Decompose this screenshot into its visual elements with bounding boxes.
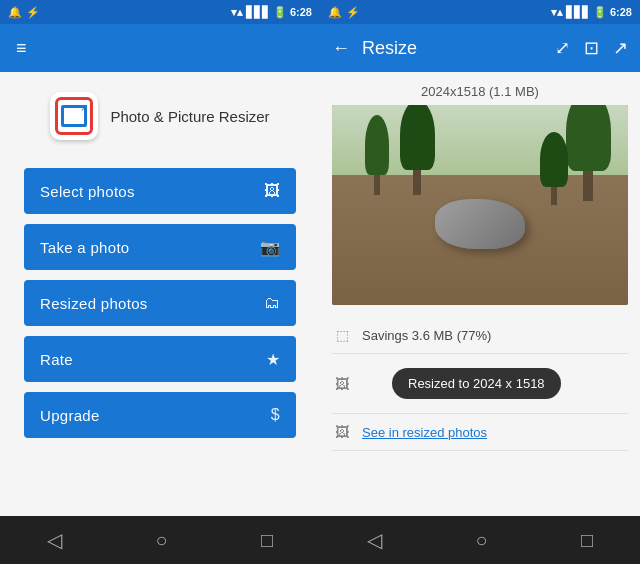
left-status-icons: 🔔 ⚡	[8, 6, 40, 19]
tree-3-trunk	[583, 171, 593, 201]
see-resized-icon: 🖼	[332, 422, 352, 442]
upgrade-label: Upgrade	[40, 407, 100, 424]
resized-photos-icon: 🗂	[264, 294, 280, 312]
image-preview	[332, 105, 628, 305]
right-time: 6:28	[610, 6, 632, 18]
select-photos-icon: 🖼	[264, 182, 280, 200]
boulder	[435, 199, 525, 249]
left-time: 6:28	[290, 6, 312, 18]
rate-label: Rate	[40, 351, 73, 368]
app-name: Photo & Picture Resizer	[110, 108, 269, 125]
select-photos-label: Select photos	[40, 183, 135, 200]
right-home-nav-icon[interactable]: ○	[475, 529, 487, 552]
savings-row: ⬚ Savings 3.6 MB (77%)	[332, 317, 628, 354]
tree-1-trunk	[374, 175, 380, 195]
upgrade-icon: $	[271, 406, 280, 424]
left-status-bar: 🔔 ⚡ ▾▴ ▋▋▋ 🔋 6:28	[0, 0, 320, 24]
fullscreen-icon[interactable]: ⤢	[555, 37, 570, 59]
app-icon	[50, 92, 98, 140]
tree-4-leaves	[540, 132, 568, 187]
right-content: 2024x1518 (1.1 MB)	[320, 72, 640, 516]
app-container: 🔔 ⚡ ▾▴ ▋▋▋ 🔋 6:28 ≡ Photo & Picture Resi…	[0, 0, 640, 564]
tree-4-trunk	[551, 187, 557, 205]
tree-2-leaves	[400, 105, 435, 170]
upgrade-button[interactable]: Upgrade $	[24, 392, 296, 438]
back-button[interactable]: ←	[332, 38, 350, 59]
take-photo-icon: 📷	[260, 238, 280, 257]
share-icon[interactable]: ↗	[613, 37, 628, 59]
back-nav-icon[interactable]: ◁	[47, 528, 62, 552]
toolbar-title: Resize	[362, 38, 543, 59]
right-back-nav-icon[interactable]: ◁	[367, 528, 382, 552]
tooltip-bubble: Resized to 2024 x 1518	[392, 368, 561, 399]
right-status-left: 🔔 ⚡	[328, 6, 360, 19]
right-signal-icon: ▋▋▋	[566, 6, 590, 19]
tooltip-img-icon: 🖼	[332, 374, 352, 394]
tree-2-trunk	[413, 170, 421, 195]
app-icon-inner	[55, 97, 93, 135]
tree-1	[362, 115, 392, 195]
tooltip-row: 🖼 Resized to 2024 x 1518	[332, 354, 628, 414]
crop-icon[interactable]: ⊡	[584, 37, 599, 59]
wifi-icon: ▾▴	[231, 6, 243, 19]
resized-photos-button[interactable]: Resized photos 🗂	[24, 280, 296, 326]
left-nav-bar: ◁ ○ □	[0, 516, 320, 564]
home-nav-icon[interactable]: ○	[155, 529, 167, 552]
menu-icon[interactable]: ≡	[16, 38, 27, 59]
tree-3-leaves	[566, 105, 611, 171]
left-status-right: ▾▴ ▋▋▋ 🔋 6:28	[231, 6, 312, 19]
tree-1-leaves	[365, 115, 389, 175]
see-resized-link[interactable]: See in resized photos	[362, 425, 487, 440]
right-sync-icon: ⚡	[346, 6, 360, 19]
resized-photos-label: Resized photos	[40, 295, 148, 312]
savings-text: Savings 3.6 MB (77%)	[362, 328, 491, 343]
battery-icon: 🔋	[273, 6, 287, 19]
right-notification-icon: 🔔	[328, 6, 342, 19]
tree-4	[539, 132, 569, 205]
rate-button[interactable]: Rate ★	[24, 336, 296, 382]
notification-icon: 🔔	[8, 6, 22, 19]
rate-icon: ★	[266, 350, 280, 369]
left-panel: 🔔 ⚡ ▾▴ ▋▋▋ 🔋 6:28 ≡ Photo & Picture Resi…	[0, 0, 320, 564]
recents-nav-icon[interactable]: □	[261, 529, 273, 552]
take-photo-label: Take a photo	[40, 239, 130, 256]
select-photos-button[interactable]: Select photos 🖼	[24, 168, 296, 214]
savings-icon: ⬚	[332, 325, 352, 345]
signal-icon: ▋▋▋	[246, 6, 270, 19]
right-wifi-icon: ▾▴	[551, 6, 563, 19]
right-status-right: ▾▴ ▋▋▋ 🔋 6:28	[551, 6, 632, 19]
app-header: Photo & Picture Resizer	[50, 92, 269, 140]
right-recents-nav-icon[interactable]: □	[581, 529, 593, 552]
tree-3	[563, 105, 613, 201]
right-nav-bar: ◁ ○ □	[320, 516, 640, 564]
right-status-bar: 🔔 ⚡ ▾▴ ▋▋▋ 🔋 6:28	[320, 0, 640, 24]
right-battery-icon: 🔋	[593, 6, 607, 19]
left-content: Photo & Picture Resizer Select photos 🖼 …	[0, 72, 320, 516]
tree-2	[397, 105, 437, 195]
sync-icon: ⚡	[26, 6, 40, 19]
see-resized-row: 🖼 See in resized photos	[332, 414, 628, 451]
toolbar-action-icons: ⤢ ⊡ ↗	[555, 37, 628, 59]
take-photo-button[interactable]: Take a photo 📷	[24, 224, 296, 270]
left-toolbar: ≡	[0, 24, 320, 72]
right-toolbar: ← Resize ⤢ ⊡ ↗	[320, 24, 640, 72]
right-panel: 🔔 ⚡ ▾▴ ▋▋▋ 🔋 6:28 ← Resize ⤢ ⊡ ↗ 2024x15…	[320, 0, 640, 564]
image-info-text: 2024x1518 (1.1 MB)	[332, 84, 628, 99]
